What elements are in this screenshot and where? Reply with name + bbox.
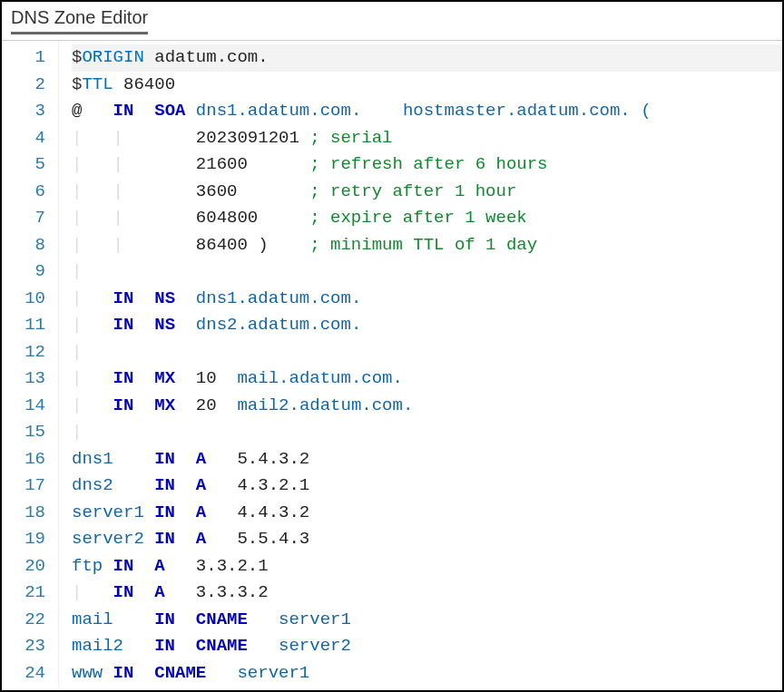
code-line[interactable]: mail IN CNAME server1	[72, 607, 782, 634]
line-number: 8	[2, 232, 45, 259]
token	[133, 312, 154, 339]
code-line[interactable]: www IN CNAME server1	[72, 660, 782, 687]
code-line[interactable]: server1 IN A 4.4.3.2	[72, 500, 782, 527]
line-number: 17	[2, 473, 45, 500]
line-number: 1	[2, 44, 45, 72]
editor-tab[interactable]: DNS Zone Editor	[11, 7, 148, 34]
line-number: 13	[2, 365, 45, 393]
token: |	[72, 286, 113, 313]
token: mail2	[72, 633, 154, 660]
token: |	[72, 419, 82, 446]
token: dns1	[72, 446, 154, 473]
token: 21600	[196, 151, 309, 179]
token	[175, 633, 196, 660]
token	[175, 500, 196, 527]
code-line[interactable]: @ IN SOA dns1.adatum.com. hostmaster.ada…	[72, 98, 782, 125]
token: MX	[154, 393, 175, 420]
code-line[interactable]: | IN MX 10 mail.adatum.com.	[72, 365, 782, 393]
code-area[interactable]: $ORIGIN adatum.com.$TTL 86400@ IN SOA dn…	[58, 41, 782, 687]
line-number: 11	[2, 312, 45, 339]
code-line[interactable]: | | 86400 ) ; minimum TTL of 1 day	[72, 232, 782, 259]
line-number: 4	[2, 125, 45, 152]
token	[133, 553, 154, 580]
token: MX	[154, 365, 175, 393]
code-line[interactable]: ftp IN A 3.3.2.1	[72, 553, 782, 580]
code-line[interactable]: $TTL 86400	[72, 72, 782, 99]
line-number: 14	[2, 393, 45, 420]
token: IN	[113, 660, 134, 687]
token	[133, 393, 154, 420]
token: IN	[154, 446, 175, 473]
token: www	[72, 660, 113, 687]
token: NS	[154, 286, 175, 313]
token: 2023091201	[196, 125, 309, 152]
token: ; refresh after 6 hours	[309, 151, 547, 179]
token	[133, 365, 154, 393]
code-line[interactable]: |	[72, 419, 782, 446]
code-editor[interactable]: 123456789101112131415161718192021222324 …	[2, 41, 782, 687]
line-number: 18	[2, 500, 45, 527]
token: 4.3.2.1	[206, 473, 309, 500]
token: 4.4.3.2	[206, 500, 309, 527]
token: $	[72, 72, 82, 99]
token	[175, 607, 196, 634]
code-line[interactable]: dns2 IN A 4.3.2.1	[72, 473, 782, 500]
token: A	[154, 553, 164, 580]
token: dns1.adatum.com. hostmaster.adatum.com. …	[185, 98, 651, 125]
token: IN	[154, 500, 175, 527]
token: | |	[72, 125, 196, 152]
token: IN	[154, 526, 175, 553]
token: dns1.adatum.com.	[175, 286, 361, 313]
token: mail2.adatum.com.	[237, 393, 413, 420]
token: SOA	[154, 98, 185, 125]
code-line[interactable]: dns1 IN A 5.4.3.2	[72, 446, 782, 473]
code-line[interactable]: $ORIGIN adatum.com.	[72, 44, 782, 72]
code-line[interactable]: | IN A 3.3.3.2	[72, 580, 782, 607]
code-line[interactable]: | IN NS dns2.adatum.com.	[72, 312, 782, 339]
token: TTL	[82, 72, 113, 99]
token	[175, 446, 196, 473]
code-line[interactable]: | | 21600 ; refresh after 6 hours	[72, 151, 782, 179]
token: A	[196, 446, 206, 473]
token: IN	[154, 607, 175, 634]
token: |	[72, 312, 113, 339]
token: mail.adatum.com.	[237, 365, 402, 393]
code-line[interactable]: | | 3600 ; retry after 1 hour	[72, 179, 782, 206]
token: ORIGIN	[82, 44, 143, 72]
token: IN	[154, 633, 175, 660]
token: |	[72, 365, 113, 393]
token: CNAME	[154, 660, 206, 687]
token: 3.3.3.2	[165, 580, 269, 607]
token: 5.5.4.3	[206, 526, 309, 553]
code-line[interactable]: | IN MX 20 mail2.adatum.com.	[72, 393, 782, 420]
token: adatum.com.	[144, 44, 269, 72]
token: 10	[175, 365, 237, 393]
token	[175, 526, 196, 553]
token: ; minimum TTL of 1 day	[309, 232, 537, 259]
code-line[interactable]: mail2 IN CNAME server2	[72, 633, 782, 660]
token: ; retry after 1 hour	[309, 179, 516, 206]
token: 20	[175, 393, 237, 420]
token: IN	[113, 393, 134, 420]
token: 86400	[113, 72, 175, 99]
token: server1	[72, 500, 154, 527]
token: A	[196, 473, 206, 500]
line-number: 16	[2, 446, 45, 473]
code-line[interactable]: |	[72, 339, 782, 366]
code-line[interactable]: server2 IN A 5.5.4.3	[72, 526, 782, 553]
token: 604800	[196, 205, 309, 232]
token	[133, 580, 154, 607]
token: NS	[154, 312, 175, 339]
token: |	[72, 339, 82, 366]
code-line[interactable]: | | 2023091201 ; serial	[72, 125, 782, 152]
token: IN	[113, 365, 134, 393]
token: CNAME	[196, 633, 248, 660]
code-line[interactable]: | | 604800 ; expire after 1 week	[72, 205, 782, 232]
token: IN	[113, 553, 134, 580]
code-line[interactable]: |	[72, 258, 782, 286]
token: dns2	[72, 473, 154, 500]
token: 86400 )	[196, 232, 309, 259]
token: IN	[113, 286, 134, 313]
code-line[interactable]: | IN NS dns1.adatum.com.	[72, 286, 782, 313]
token	[133, 98, 154, 125]
